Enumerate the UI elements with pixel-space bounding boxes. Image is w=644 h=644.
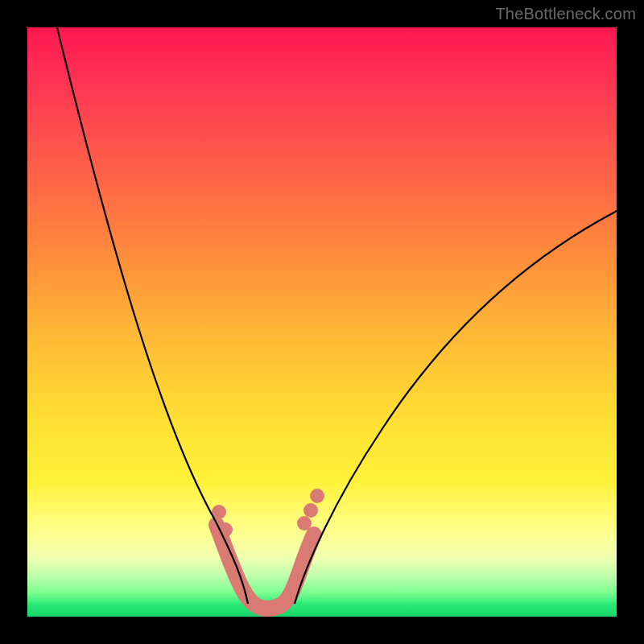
marker-dot — [297, 516, 312, 530]
plot-area — [27, 27, 617, 617]
bottom-band — [217, 525, 314, 609]
marker-dot — [303, 503, 318, 518]
watermark-text: TheBottleneck.com — [495, 5, 636, 23]
chart-svg — [27, 27, 617, 617]
right-curve — [295, 201, 617, 604]
chart-frame: TheBottleneck.com — [0, 0, 644, 644]
marker-dot — [310, 489, 324, 503]
